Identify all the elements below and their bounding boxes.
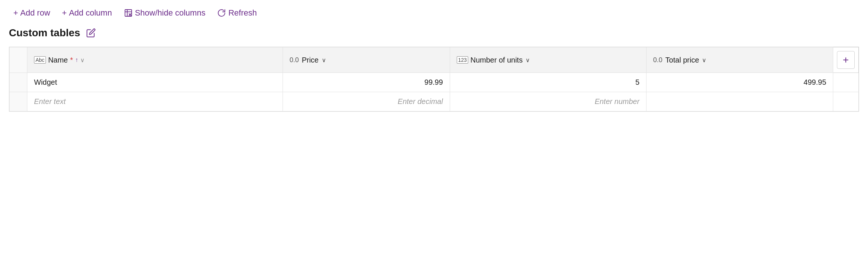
col-total-price-label: Total price [665, 56, 699, 64]
cell-price-widget[interactable]: 99.99 [283, 73, 450, 92]
show-hide-icon [124, 9, 133, 17]
show-hide-columns-button[interactable]: Show/hide columns [119, 6, 210, 20]
plus-icon-2: + [62, 8, 67, 18]
price-value: 99.99 [425, 78, 443, 86]
toolbar: + Add row + Add column Show/hide columns… [9, 6, 859, 20]
new-row-total-cell [646, 92, 833, 111]
edit-title-button[interactable] [85, 27, 97, 39]
table-header-row: Abc Name * ↑ ∨ 0.0 Price ∨ [10, 47, 859, 73]
new-row-name-cell[interactable]: Enter text [27, 92, 283, 111]
table-row: Widget 99.99 5 499.95 [10, 73, 859, 92]
row-selector-header [10, 47, 27, 73]
new-row-units-cell[interactable]: Enter number [450, 92, 646, 111]
col-header-units[interactable]: 123 Number of units ∨ [450, 47, 646, 73]
add-column-label: Add column [69, 8, 112, 18]
cell-units-widget[interactable]: 5 [450, 73, 646, 92]
sort-ascending-icon[interactable]: ↑ [75, 57, 78, 63]
cell-name-widget[interactable]: Widget [27, 73, 283, 92]
refresh-label: Refresh [228, 8, 257, 18]
cell-actions-widget [833, 73, 859, 92]
decimal-icon-total: 0.0 [653, 56, 662, 64]
show-hide-label: Show/hide columns [135, 8, 206, 18]
add-row-button[interactable]: + Add row [9, 6, 55, 20]
pencil-icon [86, 28, 96, 38]
abc-icon: Abc [34, 56, 46, 64]
enter-decimal-placeholder: Enter decimal [398, 97, 443, 105]
add-column-icon: + [837, 51, 855, 69]
cell-total-price-widget[interactable]: 499.95 [646, 73, 833, 92]
col-header-price[interactable]: 0.0 Price ∨ [283, 47, 450, 73]
page-title: Custom tables [9, 27, 80, 39]
add-column-button[interactable]: + Add column [58, 6, 116, 20]
number-icon-units: 123 [457, 56, 468, 64]
new-row-selector-cell[interactable] [10, 92, 27, 111]
required-indicator: * [70, 56, 73, 64]
units-value: 5 [635, 78, 639, 86]
enter-text-placeholder: Enter text [34, 97, 66, 105]
refresh-button[interactable]: Refresh [213, 6, 261, 20]
col-name-label: Name [48, 56, 68, 64]
enter-number-placeholder: Enter number [595, 97, 639, 105]
sort-descending-icon[interactable]: ∨ [80, 57, 85, 64]
col-price-label: Price [302, 56, 319, 64]
data-table-container: Abc Name * ↑ ∨ 0.0 Price ∨ [9, 47, 859, 112]
table-new-row: Enter text Enter decimal Enter number [10, 92, 859, 111]
new-row-price-cell[interactable]: Enter decimal [283, 92, 450, 111]
col-units-label: Number of units [470, 56, 523, 64]
row-selector-cell[interactable] [10, 73, 27, 92]
total-price-value: 499.95 [804, 78, 826, 86]
price-chevron-icon[interactable]: ∨ [322, 57, 326, 64]
name-value: Widget [34, 78, 57, 86]
data-table: Abc Name * ↑ ∨ 0.0 Price ∨ [9, 47, 859, 111]
col-header-total-price[interactable]: 0.0 Total price ∨ [646, 47, 833, 73]
page-title-row: Custom tables [9, 27, 859, 39]
add-column-header-button[interactable]: + [833, 47, 859, 73]
add-row-label: Add row [20, 8, 50, 18]
plus-icon: + [13, 8, 18, 18]
col-header-name[interactable]: Abc Name * ↑ ∨ [27, 47, 283, 73]
decimal-icon-price: 0.0 [290, 56, 299, 64]
units-chevron-icon[interactable]: ∨ [526, 57, 530, 64]
new-row-actions-cell [833, 92, 859, 111]
total-price-chevron-icon[interactable]: ∨ [702, 57, 706, 64]
refresh-icon [217, 9, 226, 17]
